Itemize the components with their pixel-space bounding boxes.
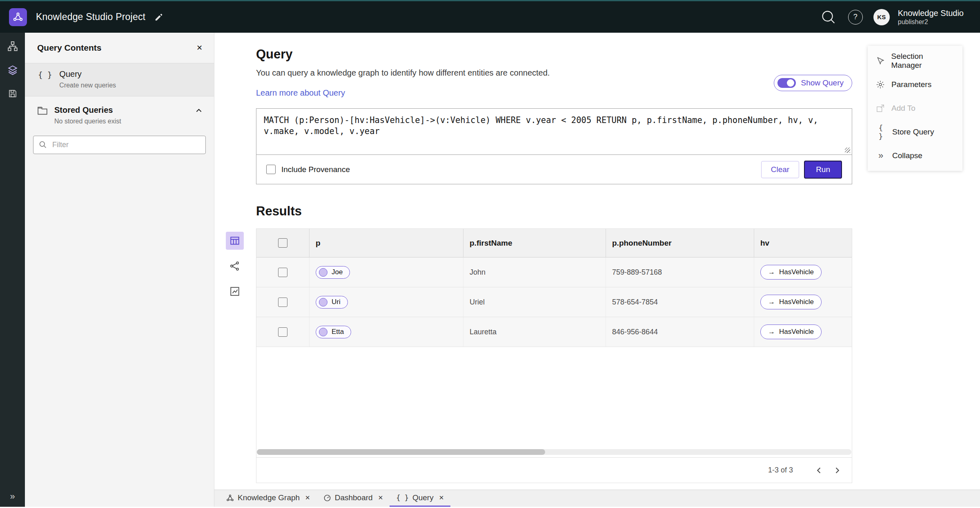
- next-page-icon[interactable]: [828, 461, 846, 479]
- query-input[interactable]: MATCH (p:Person)-[hv:HasVehicle]->(v:Veh…: [256, 109, 852, 155]
- column-header-phonenumber[interactable]: p.phoneNumber: [606, 229, 754, 257]
- scrollbar-thumb[interactable]: [257, 449, 545, 455]
- tab-dashboard[interactable]: Dashboard ✕: [317, 490, 390, 507]
- selection-manager-label: Selection Manager: [891, 52, 954, 70]
- entity-pill-label: Joe: [332, 268, 343, 276]
- run-button[interactable]: Run: [804, 161, 842, 179]
- avatar[interactable]: KS: [873, 9, 890, 25]
- edge-pill[interactable]: → HasVehicle: [760, 265, 822, 280]
- page-title: Query: [256, 47, 852, 62]
- chevron-up-icon[interactable]: [195, 107, 203, 116]
- entity-pill[interactable]: Uri: [316, 296, 348, 309]
- store-query-label: Store Query: [892, 128, 934, 137]
- tab-label: Dashboard: [335, 493, 373, 502]
- stored-queries-label: Stored Queries: [54, 105, 121, 115]
- edge-pill-label: HasVehicle: [779, 298, 814, 306]
- cell-firstname: Lauretta: [463, 317, 606, 347]
- edge-pill-label: HasVehicle: [779, 268, 814, 276]
- network-glyph: [13, 12, 23, 22]
- chart-view-icon[interactable]: [226, 282, 244, 300]
- panel-close-icon[interactable]: ✕: [196, 43, 203, 52]
- filter-search-icon: [39, 141, 47, 149]
- collapse-item[interactable]: » Collapse: [868, 144, 962, 168]
- pencil-icon: [154, 13, 163, 22]
- pagination-bar: 1-3 of 3: [256, 457, 852, 483]
- include-provenance-checkbox[interactable]: [266, 165, 276, 174]
- braces-icon: { }: [396, 494, 409, 502]
- braces-icon: { }: [876, 123, 886, 141]
- knowledge-graph-icon: [226, 494, 234, 502]
- edge-pill[interactable]: → HasVehicle: [760, 295, 822, 309]
- cursor-select-icon: [876, 56, 884, 65]
- results-table: p p.firstName p.phoneNumber hv Joe: [256, 228, 852, 483]
- rail-expand-icon[interactable]: »: [0, 491, 25, 502]
- graph-view-icon[interactable]: [226, 257, 244, 275]
- cell-firstname: Uriel: [463, 287, 606, 317]
- result-view-switcher: [226, 232, 244, 300]
- braces-icon: { }: [38, 70, 52, 89]
- rail-hierarchy-icon[interactable]: [4, 38, 21, 55]
- table-row[interactable]: Uri Uriel 578-654-7854 → HasVehicle: [256, 287, 852, 317]
- previous-page-icon[interactable]: [810, 461, 828, 479]
- arrow-right-icon: →: [768, 328, 775, 336]
- tab-close-icon[interactable]: ✕: [439, 494, 444, 501]
- rail-save-icon[interactable]: [4, 85, 21, 102]
- filter-input[interactable]: [33, 136, 206, 154]
- rail-layers-icon[interactable]: [4, 61, 21, 78]
- tab-close-icon[interactable]: ✕: [378, 494, 383, 501]
- tab-query[interactable]: { } Query ✕: [390, 490, 450, 507]
- cell-firstname: John: [463, 257, 606, 287]
- row-checkbox[interactable]: [278, 268, 287, 277]
- edit-title-button[interactable]: [154, 13, 163, 22]
- main-area: Query You can query a knowledge graph to…: [214, 33, 980, 507]
- tab-knowledge-graph[interactable]: Knowledge Graph ✕: [220, 490, 317, 507]
- parameters-item[interactable]: Parameters: [868, 73, 962, 96]
- column-header-p[interactable]: p: [310, 229, 463, 257]
- stored-queries-sublabel: No stored queries exist: [54, 118, 121, 125]
- column-header-firstname[interactable]: p.firstName: [463, 229, 606, 257]
- show-query-label: Show Query: [801, 78, 844, 87]
- cell-phonenumber: 759-889-57168: [606, 257, 754, 287]
- query-actions-menu: Selection Manager Parameters Add To { } …: [868, 46, 962, 171]
- app-logo-icon[interactable]: [9, 8, 27, 26]
- username: publisher2: [898, 18, 964, 26]
- table-row[interactable]: Joe John 759-889-57168 → HasVehicle: [256, 257, 852, 287]
- row-checkbox[interactable]: [278, 298, 287, 307]
- table-view-icon[interactable]: [226, 232, 244, 250]
- column-header-hv[interactable]: hv: [754, 229, 852, 257]
- help-icon: ?: [853, 13, 858, 21]
- tab-close-icon[interactable]: ✕: [305, 494, 310, 501]
- search-button[interactable]: [821, 9, 837, 25]
- stored-queries-section[interactable]: Stored Queries No stored queries exist: [25, 96, 214, 131]
- entity-pill-label: Etta: [332, 328, 344, 336]
- select-all-checkbox[interactable]: [278, 238, 287, 248]
- entity-pill[interactable]: Joe: [316, 266, 350, 279]
- selection-manager-item[interactable]: Selection Manager: [868, 49, 962, 73]
- query-description: You can query a knowledge graph to ident…: [256, 68, 550, 78]
- resize-grip[interactable]: [845, 148, 850, 153]
- query-item-sublabel: Create new queries: [59, 82, 116, 89]
- edge-pill-label: HasVehicle: [779, 328, 814, 336]
- pagination-range: 1-3 of 3: [768, 466, 793, 474]
- help-button[interactable]: ?: [848, 10, 863, 25]
- results-title: Results: [256, 204, 852, 219]
- tab-label: Knowledge Graph: [238, 493, 300, 502]
- entity-dot-icon: [319, 298, 327, 307]
- dashboard-icon: [323, 494, 331, 502]
- edge-pill[interactable]: → HasVehicle: [760, 324, 822, 339]
- clear-button[interactable]: Clear: [761, 161, 799, 178]
- show-query-toggle[interactable]: Show Query: [774, 75, 852, 91]
- query-item[interactable]: { } Query Create new queries: [25, 63, 214, 96]
- entity-dot-icon: [319, 328, 327, 336]
- user-block: Knowledge Studio publisher2: [898, 8, 964, 26]
- include-provenance-label: Include Provenance: [281, 165, 350, 174]
- row-checkbox[interactable]: [278, 327, 287, 337]
- bottom-tab-bar: Knowledge Graph ✕ Dashboard ✕ { } Query …: [214, 490, 980, 507]
- left-rail: »: [0, 33, 25, 507]
- entity-pill[interactable]: Etta: [316, 326, 351, 338]
- store-query-item[interactable]: { } Store Query: [868, 120, 962, 144]
- learn-more-link[interactable]: Learn more about Query: [256, 88, 345, 98]
- table-row[interactable]: Etta Lauretta 846-956-8644 → HasVehicle: [256, 317, 852, 347]
- scrollbar-track[interactable]: [257, 449, 851, 455]
- query-contents-panel: Query Contents ✕ { } Query Create new qu…: [25, 33, 214, 507]
